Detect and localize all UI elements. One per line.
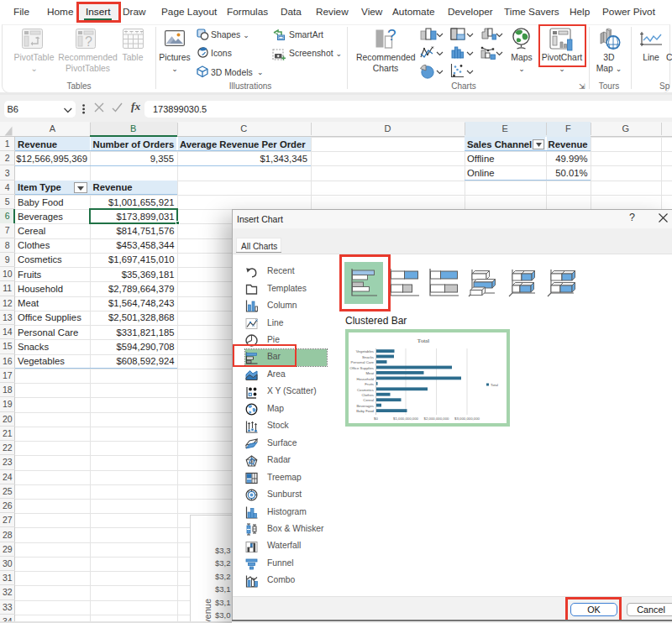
svg-text:Fruits: Fruits	[365, 382, 374, 386]
svg-text:Cereal: Cereal	[363, 398, 374, 402]
svg-text:$3,000,000,000: $3,000,000,000	[454, 416, 480, 421]
svg-text:Beverages: Beverages	[356, 404, 374, 408]
svg-text:Household: Household	[356, 377, 374, 381]
svg-text:Clothes: Clothes	[361, 393, 374, 397]
svg-text:$1,000,000,000: $1,000,000,000	[393, 416, 418, 421]
svg-text:$0: $0	[374, 416, 378, 421]
svg-text:Personal Care: Personal Care	[351, 360, 375, 364]
svg-text:Meat: Meat	[365, 371, 374, 375]
svg-text:Office Supplies: Office Supplies	[349, 366, 374, 370]
svg-text:?: ?	[85, 34, 92, 49]
svg-text:$2,000,000,000: $2,000,000,000	[424, 416, 449, 421]
svg-text:Vegetables: Vegetables	[356, 349, 374, 353]
svg-text:Baby Food: Baby Food	[356, 409, 374, 413]
svg-text:Total: Total	[491, 383, 498, 387]
svg-text:?: ?	[387, 29, 396, 44]
svg-text:Snacks: Snacks	[362, 355, 374, 359]
svg-text:Cosmetics: Cosmetics	[357, 388, 374, 392]
svg-text:Total: Total	[417, 338, 429, 344]
